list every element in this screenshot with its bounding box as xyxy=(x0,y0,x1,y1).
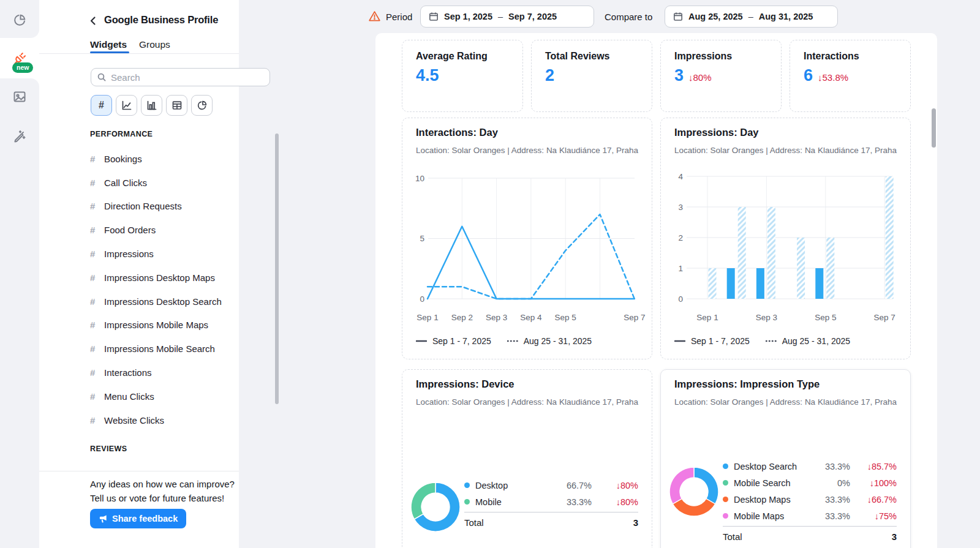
legend-label: Aug 25 - 31, 2025 xyxy=(782,336,850,346)
sidebar-item-call-clicks[interactable]: #Call Clicks xyxy=(39,171,239,195)
widget-impressions-device[interactable]: Impressions: Device Location: Solar Oran… xyxy=(402,369,652,548)
number-widget-icon: # xyxy=(90,391,104,402)
main-scrollbar[interactable] xyxy=(932,108,936,148)
legend-percent: 33.3% xyxy=(552,497,592,507)
feedback-line2: Tell us or vote for future features! xyxy=(90,493,224,503)
filter-pie-widgets[interactable] xyxy=(191,95,213,116)
total-label: Total xyxy=(723,531,742,542)
filter-bar-widgets[interactable] xyxy=(141,95,162,116)
widget-location-subtitle: Location: Solar Oranges | Address: Na Kl… xyxy=(416,397,638,407)
legend-change: ↓100% xyxy=(850,478,897,488)
rail-item-reports[interactable] xyxy=(12,13,27,28)
filter-line-widgets[interactable] xyxy=(116,95,137,116)
widget-location-subtitle: Location: Solar Oranges | Address: Na Kl… xyxy=(674,146,897,155)
number-widget-icon: # xyxy=(90,201,104,211)
svg-text:Sep 7: Sep 7 xyxy=(874,313,895,322)
image-icon xyxy=(12,96,27,106)
svg-text:4: 4 xyxy=(678,172,683,181)
number-widget-icon: # xyxy=(90,272,104,283)
share-feedback-button[interactable]: Share feedback xyxy=(90,509,186,528)
legend-percent: 66.7% xyxy=(552,481,592,490)
sidebar-item-impressions[interactable]: #Impressions xyxy=(39,242,239,266)
stat-card-impressions[interactable]: Impressions3↓80% xyxy=(660,40,782,112)
rail-item-media[interactable] xyxy=(12,89,27,104)
period-date-picker[interactable]: Sep 1, 2025 – Sep 7, 2025 xyxy=(420,6,594,28)
legend-label: Mobile Maps xyxy=(734,511,784,521)
tab-widgets[interactable]: Widgets xyxy=(90,39,127,50)
widget-title: Impressions: Impression Type xyxy=(674,378,820,390)
svg-text:Sep 1: Sep 1 xyxy=(417,313,438,322)
rail-bottom-block xyxy=(0,78,39,548)
number-widget-icon: # xyxy=(90,154,104,164)
widget-impressions-type[interactable]: Impressions: Impression Type Location: S… xyxy=(660,369,911,548)
legend-row-mobile: Mobile33.3%↓80% xyxy=(464,494,638,510)
stat-card-total-reviews[interactable]: Total Reviews2 xyxy=(531,40,652,112)
widget-interactions-day[interactable]: Interactions: Day Location: Solar Orange… xyxy=(402,118,652,359)
compare-end-date: Aug 31, 2025 xyxy=(759,12,813,21)
reviews-section-heading: REVIEWS xyxy=(90,445,127,453)
svg-text:3: 3 xyxy=(678,203,683,212)
feedback-panel: Any ideas on how we can improve? Tell us… xyxy=(39,471,239,548)
tab-groups[interactable]: Groups xyxy=(139,39,170,50)
sidebar-item-label: Impressions Mobile Search xyxy=(104,343,215,354)
search-input[interactable] xyxy=(111,72,264,83)
legend-row-mobile-maps: Mobile Maps33.3%↓75% xyxy=(723,508,897,524)
sidebar-item-impressions-mobile-maps[interactable]: #Impressions Mobile Maps xyxy=(39,313,239,337)
svg-text:Sep 5: Sep 5 xyxy=(815,313,836,322)
compare-date-picker[interactable]: Aug 25, 2025 – Aug 31, 2025 xyxy=(665,6,838,28)
compare-to-label: Compare to xyxy=(605,12,652,22)
widget-search[interactable] xyxy=(91,68,270,86)
sidebar-item-direction-requests[interactable]: #Direction Requests xyxy=(39,195,239,219)
share-feedback-label: Share feedback xyxy=(112,514,178,524)
legend-label: Sep 1 - 7, 2025 xyxy=(691,336,750,346)
number-widget-icon: # xyxy=(90,178,104,188)
sidebar-item-label: Impressions Mobile Maps xyxy=(104,320,208,330)
dashboard-panel: Average Rating4.5Total Reviews2Impressio… xyxy=(375,33,937,548)
legend-change: ↓80% xyxy=(592,497,638,507)
stat-card-interactions[interactable]: Interactions6↓53.8% xyxy=(790,40,911,112)
left-nav-rail: new xyxy=(0,0,39,548)
legend-label: Desktop Search xyxy=(734,462,797,471)
stat-title: Impressions xyxy=(674,51,732,62)
sidebar-item-label: Bookings xyxy=(104,154,142,164)
sidebar-item-impressions-mobile-search[interactable]: #Impressions Mobile Search xyxy=(39,337,239,361)
sidebar-item-impressions-desktop-search[interactable]: #Impressions Desktop Search xyxy=(39,290,239,313)
legend-row-desktop: Desktop66.7%↓80% xyxy=(464,477,638,494)
legend-divider xyxy=(464,512,638,512)
line-chart-icon xyxy=(121,100,132,111)
performance-list: #Bookings#Call Clicks#Direction Requests… xyxy=(39,147,239,432)
legend-label: Desktop Maps xyxy=(734,495,791,505)
legend-change: ↓85.7% xyxy=(850,462,897,471)
sidebar-item-website-clicks[interactable]: #Website Clicks xyxy=(39,408,239,432)
total-label: Total xyxy=(464,517,484,528)
number-widget-icon: # xyxy=(99,100,104,111)
legend-total-row: Total3 xyxy=(464,517,638,528)
widget-impressions-day[interactable]: Impressions: Day Location: Solar Oranges… xyxy=(660,118,911,359)
svg-text:2: 2 xyxy=(678,233,683,242)
sidebar-item-menu-clicks[interactable]: #Menu Clicks xyxy=(39,385,239,408)
chevron-left-icon xyxy=(87,18,99,29)
pie-chart-icon xyxy=(12,19,27,29)
stat-value: 3 xyxy=(674,66,684,85)
filter-number-widgets[interactable]: # xyxy=(91,95,112,116)
legend-label: Sep 1 - 7, 2025 xyxy=(432,336,491,346)
donut-legend: Desktop66.7%↓80%Mobile33.3%↓80%Total3 xyxy=(464,477,638,528)
stat-card-average-rating[interactable]: Average Rating4.5 xyxy=(402,40,523,112)
sidebar-item-label: Impressions xyxy=(104,249,154,259)
legend-dot xyxy=(464,482,470,488)
sidebar-item-impressions-desktop-maps[interactable]: #Impressions Desktop Maps xyxy=(39,266,239,290)
filter-table-widgets[interactable] xyxy=(166,95,187,116)
rail-item-tools[interactable] xyxy=(12,129,27,143)
sidebar-item-food-orders[interactable]: #Food Orders xyxy=(39,218,239,242)
svg-text:Sep 3: Sep 3 xyxy=(486,313,507,322)
period-warning-icon xyxy=(368,10,381,23)
tabs-divider xyxy=(39,53,239,54)
number-widget-icon: # xyxy=(90,343,104,354)
back-button[interactable] xyxy=(87,15,99,27)
svg-text:10: 10 xyxy=(415,174,424,183)
sidebar-item-bookings[interactable]: #Bookings xyxy=(39,147,239,171)
bar-chart-icon xyxy=(146,100,157,111)
sidebar-item-label: Impressions Desktop Search xyxy=(104,296,222,307)
sidebar-item-interactions[interactable]: #Interactions xyxy=(39,361,239,385)
sidebar-scrollbar[interactable] xyxy=(275,133,279,404)
